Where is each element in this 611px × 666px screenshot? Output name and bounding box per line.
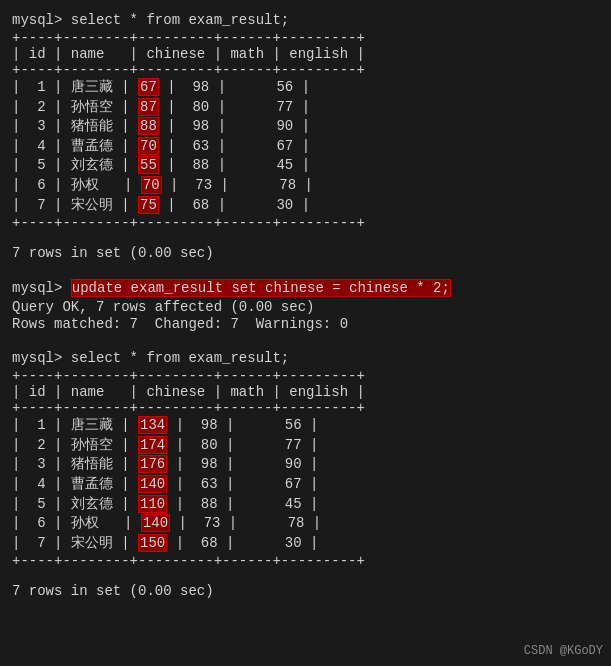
table-border-top-2: +----+--------+---------+------+--------…: [12, 368, 599, 384]
table-row-2-2: | 2 | 孙悟空 | 174 | 80 | 77 |: [12, 436, 599, 456]
table-row-1-3: | 3 | 猪悟能 | 88 | 98 | 90 |: [12, 117, 599, 137]
table-border-mid-1: +----+--------+---------+------+--------…: [12, 62, 599, 78]
table-border-bot-1: +----+--------+---------+------+--------…: [12, 215, 599, 231]
table-border-mid-2: +----+--------+---------+------+--------…: [12, 400, 599, 416]
prompt-line-2: mysql> update exam_result set chinese = …: [12, 279, 599, 297]
prompt-line-1: mysql> select * from exam_result;: [12, 12, 599, 28]
table-row-2-1: | 1 | 唐三藏 | 134 | 98 | 56 |: [12, 416, 599, 436]
rows-in-set-2: 7 rows in set (0.00 sec): [12, 583, 599, 599]
table-header-1: | id | name | chinese | math | english |: [12, 46, 599, 62]
table-row-2-6: | 6 | 孙权 | 140 | 73 | 78 |: [12, 514, 599, 534]
terminal: mysql> select * from exam_result; +----+…: [8, 8, 603, 607]
table-border-bot-2: +----+--------+---------+------+--------…: [12, 553, 599, 569]
section-query1: mysql> select * from exam_result; +----+…: [12, 12, 599, 261]
watermark: CSDN @KGoDY: [524, 644, 603, 658]
table-row-1-5: | 5 | 刘玄德 | 55 | 88 | 45 |: [12, 156, 599, 176]
table-row-2-4: | 4 | 曹孟德 | 140 | 63 | 67 |: [12, 475, 599, 495]
command-3: select * from exam_result;: [71, 350, 289, 366]
table-row-2-7: | 7 | 宋公明 | 150 | 68 | 30 |: [12, 534, 599, 554]
table-row-1-1: | 1 | 唐三藏 | 67 | 98 | 56 |: [12, 78, 599, 98]
rows-matched: Rows matched: 7 Changed: 7 Warnings: 0: [12, 316, 599, 332]
command-1: select * from exam_result;: [71, 12, 289, 28]
table-row-1-2: | 2 | 孙悟空 | 87 | 80 | 77 |: [12, 98, 599, 118]
section-query2: mysql> update exam_result set chinese = …: [12, 279, 599, 332]
update-command: update exam_result set chinese = chinese…: [71, 279, 451, 297]
prompt-1: mysql>: [12, 12, 71, 28]
table-row-1-7: | 7 | 宋公明 | 75 | 68 | 30 |: [12, 196, 599, 216]
query-ok: Query OK, 7 rows affected (0.00 sec): [12, 299, 599, 315]
table-row-1-6: | 6 | 孙权 | 70 | 73 | 78 |: [12, 176, 599, 196]
table-row-2-5: | 5 | 刘玄德 | 110 | 88 | 45 |: [12, 495, 599, 515]
section-query3: mysql> select * from exam_result; +----+…: [12, 350, 599, 599]
table-header-2: | id | name | chinese | math | english |: [12, 384, 599, 400]
table-row-2-3: | 3 | 猪悟能 | 176 | 98 | 90 |: [12, 455, 599, 475]
rows-in-set-1: 7 rows in set (0.00 sec): [12, 245, 599, 261]
prompt-2: mysql>: [12, 280, 71, 296]
prompt-3: mysql>: [12, 350, 71, 366]
table-row-1-4: | 4 | 曹孟德 | 70 | 63 | 67 |: [12, 137, 599, 157]
prompt-line-3: mysql> select * from exam_result;: [12, 350, 599, 366]
table-border-top-1: +----+--------+---------+------+--------…: [12, 30, 599, 46]
